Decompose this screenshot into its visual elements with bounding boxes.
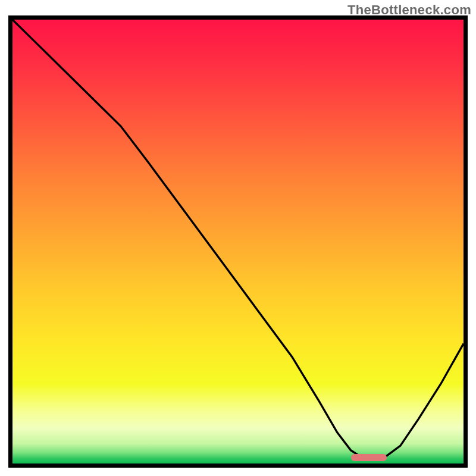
optimal-range-marker: [351, 454, 387, 461]
chart-outer: TheBottleneck.com: [0, 0, 476, 476]
bottleneck-curve: [12, 20, 464, 464]
plot-frame: [8, 15, 468, 468]
watermark-text: TheBottleneck.com: [347, 2, 471, 18]
